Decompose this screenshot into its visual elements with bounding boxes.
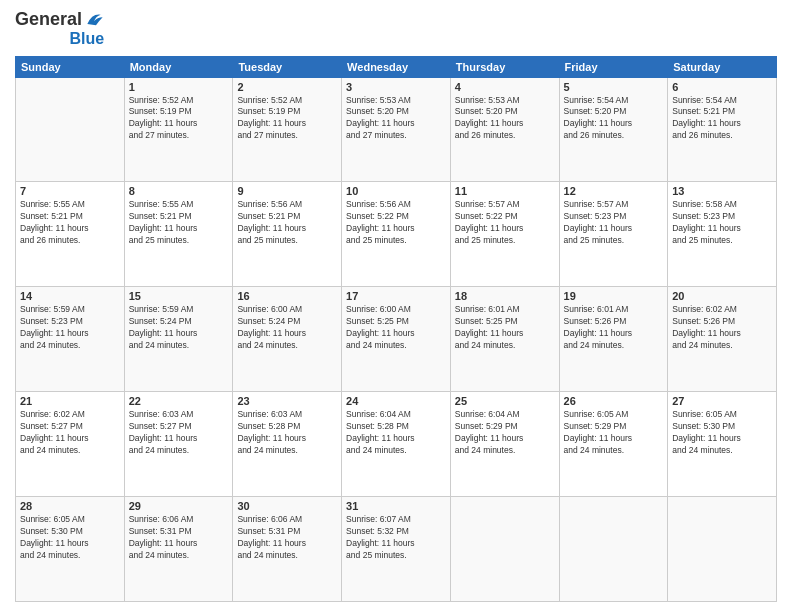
day-number: 28 [20, 500, 120, 512]
day-info: Sunrise: 5:54 AM Sunset: 5:21 PM Dayligh… [672, 95, 772, 143]
calendar-cell: 20Sunrise: 6:02 AM Sunset: 5:26 PM Dayli… [668, 287, 777, 392]
calendar-cell: 28Sunrise: 6:05 AM Sunset: 5:30 PM Dayli… [16, 497, 125, 602]
calendar-cell [668, 497, 777, 602]
day-info: Sunrise: 5:59 AM Sunset: 5:23 PM Dayligh… [20, 304, 120, 352]
header-sunday: Sunday [16, 56, 125, 77]
day-info: Sunrise: 6:04 AM Sunset: 5:29 PM Dayligh… [455, 409, 555, 457]
page: General Blue SundayMondayTuesdayWednesda… [0, 0, 792, 612]
day-info: Sunrise: 5:52 AM Sunset: 5:19 PM Dayligh… [237, 95, 337, 143]
day-info: Sunrise: 5:55 AM Sunset: 5:21 PM Dayligh… [20, 199, 120, 247]
calendar-cell [16, 77, 125, 182]
calendar-cell: 2Sunrise: 5:52 AM Sunset: 5:19 PM Daylig… [233, 77, 342, 182]
header-tuesday: Tuesday [233, 56, 342, 77]
calendar-cell: 14Sunrise: 5:59 AM Sunset: 5:23 PM Dayli… [16, 287, 125, 392]
calendar-cell: 13Sunrise: 5:58 AM Sunset: 5:23 PM Dayli… [668, 182, 777, 287]
week-row-2: 7Sunrise: 5:55 AM Sunset: 5:21 PM Daylig… [16, 182, 777, 287]
day-number: 15 [129, 290, 229, 302]
day-number: 1 [129, 81, 229, 93]
logo: General Blue [15, 10, 104, 48]
logo-blue: Blue [69, 30, 104, 48]
calendar-cell: 11Sunrise: 5:57 AM Sunset: 5:22 PM Dayli… [450, 182, 559, 287]
header-wednesday: Wednesday [342, 56, 451, 77]
week-row-3: 14Sunrise: 5:59 AM Sunset: 5:23 PM Dayli… [16, 287, 777, 392]
day-number: 3 [346, 81, 446, 93]
header-thursday: Thursday [450, 56, 559, 77]
calendar-cell: 29Sunrise: 6:06 AM Sunset: 5:31 PM Dayli… [124, 497, 233, 602]
day-number: 29 [129, 500, 229, 512]
day-number: 19 [564, 290, 664, 302]
calendar-cell: 21Sunrise: 6:02 AM Sunset: 5:27 PM Dayli… [16, 392, 125, 497]
header-friday: Friday [559, 56, 668, 77]
calendar-cell: 25Sunrise: 6:04 AM Sunset: 5:29 PM Dayli… [450, 392, 559, 497]
header-monday: Monday [124, 56, 233, 77]
header: General Blue [15, 10, 777, 48]
day-info: Sunrise: 6:00 AM Sunset: 5:25 PM Dayligh… [346, 304, 446, 352]
calendar-cell: 19Sunrise: 6:01 AM Sunset: 5:26 PM Dayli… [559, 287, 668, 392]
day-info: Sunrise: 5:57 AM Sunset: 5:23 PM Dayligh… [564, 199, 664, 247]
week-row-5: 28Sunrise: 6:05 AM Sunset: 5:30 PM Dayli… [16, 497, 777, 602]
calendar-cell [559, 497, 668, 602]
day-info: Sunrise: 6:02 AM Sunset: 5:27 PM Dayligh… [20, 409, 120, 457]
day-info: Sunrise: 6:05 AM Sunset: 5:29 PM Dayligh… [564, 409, 664, 457]
day-info: Sunrise: 6:01 AM Sunset: 5:26 PM Dayligh… [564, 304, 664, 352]
calendar-cell: 1Sunrise: 5:52 AM Sunset: 5:19 PM Daylig… [124, 77, 233, 182]
day-info: Sunrise: 6:03 AM Sunset: 5:27 PM Dayligh… [129, 409, 229, 457]
day-info: Sunrise: 5:57 AM Sunset: 5:22 PM Dayligh… [455, 199, 555, 247]
day-number: 12 [564, 185, 664, 197]
day-number: 22 [129, 395, 229, 407]
calendar-cell: 10Sunrise: 5:56 AM Sunset: 5:22 PM Dayli… [342, 182, 451, 287]
week-row-4: 21Sunrise: 6:02 AM Sunset: 5:27 PM Dayli… [16, 392, 777, 497]
calendar-cell: 7Sunrise: 5:55 AM Sunset: 5:21 PM Daylig… [16, 182, 125, 287]
day-number: 13 [672, 185, 772, 197]
day-number: 27 [672, 395, 772, 407]
day-number: 17 [346, 290, 446, 302]
day-info: Sunrise: 6:05 AM Sunset: 5:30 PM Dayligh… [20, 514, 120, 562]
day-number: 7 [20, 185, 120, 197]
day-number: 10 [346, 185, 446, 197]
day-info: Sunrise: 5:53 AM Sunset: 5:20 PM Dayligh… [455, 95, 555, 143]
day-info: Sunrise: 6:04 AM Sunset: 5:28 PM Dayligh… [346, 409, 446, 457]
day-number: 24 [346, 395, 446, 407]
calendar-cell: 9Sunrise: 5:56 AM Sunset: 5:21 PM Daylig… [233, 182, 342, 287]
calendar-cell: 24Sunrise: 6:04 AM Sunset: 5:28 PM Dayli… [342, 392, 451, 497]
calendar-cell: 15Sunrise: 5:59 AM Sunset: 5:24 PM Dayli… [124, 287, 233, 392]
calendar-table: SundayMondayTuesdayWednesdayThursdayFrid… [15, 56, 777, 602]
day-number: 14 [20, 290, 120, 302]
calendar-cell: 23Sunrise: 6:03 AM Sunset: 5:28 PM Dayli… [233, 392, 342, 497]
day-number: 4 [455, 81, 555, 93]
day-info: Sunrise: 6:02 AM Sunset: 5:26 PM Dayligh… [672, 304, 772, 352]
calendar-cell [450, 497, 559, 602]
calendar-cell: 17Sunrise: 6:00 AM Sunset: 5:25 PM Dayli… [342, 287, 451, 392]
calendar-cell: 26Sunrise: 6:05 AM Sunset: 5:29 PM Dayli… [559, 392, 668, 497]
day-info: Sunrise: 6:03 AM Sunset: 5:28 PM Dayligh… [237, 409, 337, 457]
day-number: 21 [20, 395, 120, 407]
day-info: Sunrise: 5:56 AM Sunset: 5:22 PM Dayligh… [346, 199, 446, 247]
day-info: Sunrise: 5:59 AM Sunset: 5:24 PM Dayligh… [129, 304, 229, 352]
calendar-cell: 4Sunrise: 5:53 AM Sunset: 5:20 PM Daylig… [450, 77, 559, 182]
header-saturday: Saturday [668, 56, 777, 77]
calendar-cell: 12Sunrise: 5:57 AM Sunset: 5:23 PM Dayli… [559, 182, 668, 287]
calendar-cell: 22Sunrise: 6:03 AM Sunset: 5:27 PM Dayli… [124, 392, 233, 497]
calendar-cell: 8Sunrise: 5:55 AM Sunset: 5:21 PM Daylig… [124, 182, 233, 287]
calendar-cell: 3Sunrise: 5:53 AM Sunset: 5:20 PM Daylig… [342, 77, 451, 182]
day-info: Sunrise: 5:55 AM Sunset: 5:21 PM Dayligh… [129, 199, 229, 247]
day-number: 20 [672, 290, 772, 302]
calendar-cell: 6Sunrise: 5:54 AM Sunset: 5:21 PM Daylig… [668, 77, 777, 182]
day-number: 5 [564, 81, 664, 93]
day-info: Sunrise: 6:01 AM Sunset: 5:25 PM Dayligh… [455, 304, 555, 352]
day-info: Sunrise: 5:54 AM Sunset: 5:20 PM Dayligh… [564, 95, 664, 143]
day-number: 31 [346, 500, 446, 512]
header-row: SundayMondayTuesdayWednesdayThursdayFrid… [16, 56, 777, 77]
day-info: Sunrise: 6:06 AM Sunset: 5:31 PM Dayligh… [129, 514, 229, 562]
logo-icon [84, 10, 104, 30]
week-row-1: 1Sunrise: 5:52 AM Sunset: 5:19 PM Daylig… [16, 77, 777, 182]
day-number: 2 [237, 81, 337, 93]
calendar-cell: 16Sunrise: 6:00 AM Sunset: 5:24 PM Dayli… [233, 287, 342, 392]
day-number: 8 [129, 185, 229, 197]
day-number: 30 [237, 500, 337, 512]
calendar-cell: 30Sunrise: 6:06 AM Sunset: 5:31 PM Dayli… [233, 497, 342, 602]
day-number: 16 [237, 290, 337, 302]
day-info: Sunrise: 5:56 AM Sunset: 5:21 PM Dayligh… [237, 199, 337, 247]
day-number: 26 [564, 395, 664, 407]
calendar-cell: 5Sunrise: 5:54 AM Sunset: 5:20 PM Daylig… [559, 77, 668, 182]
